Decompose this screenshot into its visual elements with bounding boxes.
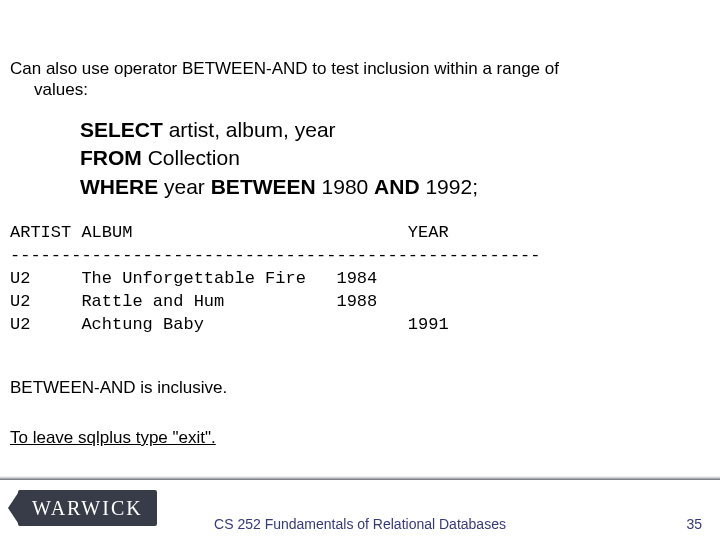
where-column: year xyxy=(158,175,211,198)
query-result: ARTIST ALBUM YEAR ----------------------… xyxy=(10,222,541,337)
keyword-select: SELECT xyxy=(80,118,163,141)
intro-text: Can also use operator BETWEEN-AND to tes… xyxy=(10,58,710,101)
intro-line-1: Can also use operator BETWEEN-AND to tes… xyxy=(10,58,710,79)
note-exit: To leave sqlplus type "exit". xyxy=(10,428,216,448)
sql-block: SELECT artist, album, year FROM Collecti… xyxy=(80,116,478,201)
between-low: 1980 xyxy=(316,175,374,198)
page-number: 35 xyxy=(686,516,702,532)
keyword-between: BETWEEN xyxy=(211,175,316,198)
keyword-where: WHERE xyxy=(80,175,158,198)
sql-line-where: WHERE year BETWEEN 1980 AND 1992; xyxy=(80,173,478,201)
keyword-from: FROM xyxy=(80,146,142,169)
between-high: 1992; xyxy=(420,175,478,198)
sql-line-select: SELECT artist, album, year xyxy=(80,116,478,144)
select-columns: artist, album, year xyxy=(163,118,336,141)
note-inclusive: BETWEEN-AND is inclusive. xyxy=(10,378,227,398)
slide: Can also use operator BETWEEN-AND to tes… xyxy=(0,0,720,540)
sql-line-from: FROM Collection xyxy=(80,144,478,172)
intro-line-2: values: xyxy=(10,79,710,100)
footer-divider xyxy=(0,476,720,480)
keyword-and: AND xyxy=(374,175,420,198)
from-table: Collection xyxy=(142,146,240,169)
footer-course-title: CS 252 Fundamentals of Relational Databa… xyxy=(0,516,720,532)
